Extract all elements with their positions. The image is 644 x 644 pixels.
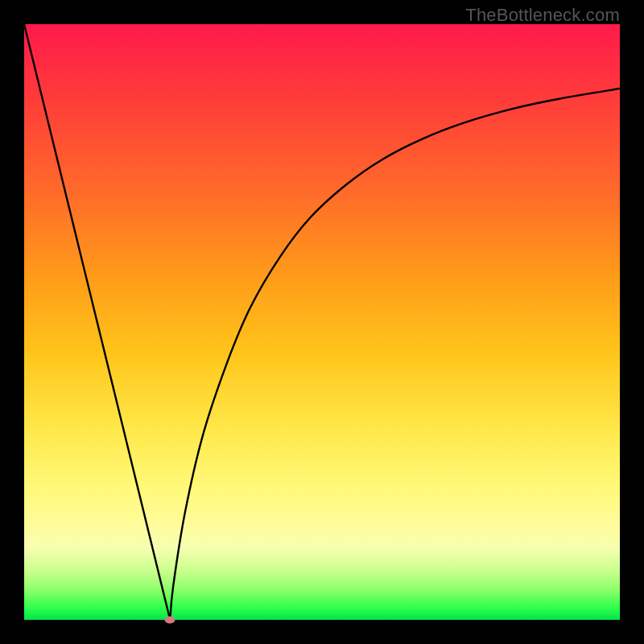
watermark-text: TheBottleneck.com	[465, 5, 620, 26]
outer-frame: TheBottleneck.com	[0, 0, 644, 644]
curve-path	[24, 24, 620, 620]
bottleneck-curve	[24, 24, 620, 620]
min-point-marker	[165, 617, 175, 624]
